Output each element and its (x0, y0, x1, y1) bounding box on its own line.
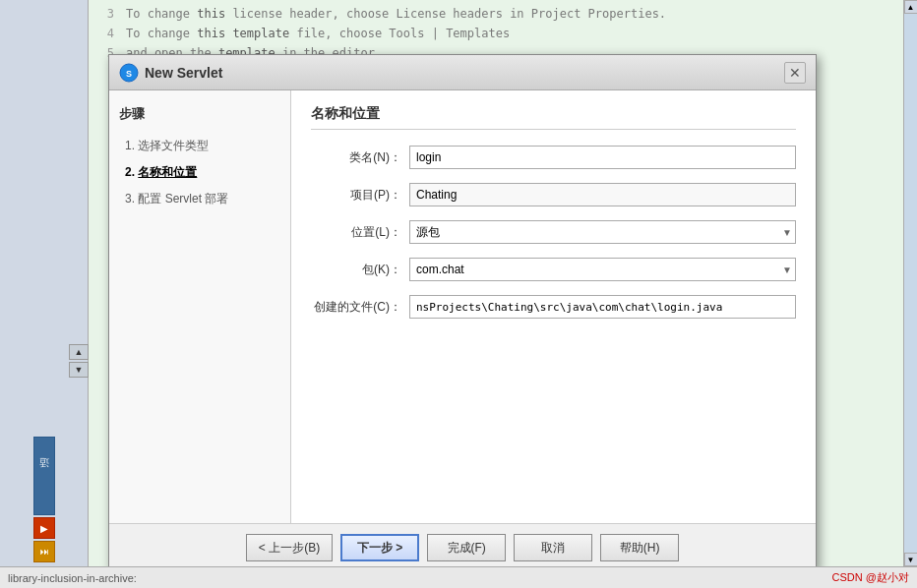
step-3-label: 配置 Servlet 部署 (138, 192, 228, 206)
side-arrows: ▲ ▼ (69, 344, 89, 378)
servlet-icon: S (119, 63, 139, 83)
next-button[interactable]: 下一步 > (340, 534, 419, 561)
classname-input[interactable] (409, 146, 796, 169)
step-2-label: 名称和位置 (138, 165, 197, 179)
step-3[interactable]: 3. 配置 Servlet 部署 (119, 186, 280, 212)
form-section-title: 名称和位置 (311, 105, 796, 130)
form-panel: 名称和位置 类名(N)： 项目(P)： 位置(L)： 源包 测试包 (291, 90, 816, 523)
dialog-title: New Servlet (145, 65, 222, 81)
steps-panel: 步骤 1. 选择文件类型 2. 名称和位置 3. 配置 Servlet 部署 (109, 90, 291, 523)
classname-label: 类名(N)： (311, 149, 409, 166)
step-3-num: 3. (125, 192, 138, 206)
side-indicator-top[interactable]: 适 (33, 437, 55, 515)
package-select[interactable]: com.chat com.chat.servlet (409, 258, 796, 281)
scroll-up-arrow[interactable]: ▲ (904, 0, 918, 14)
dialog-title-area: S New Servlet (119, 63, 222, 83)
scroll-down-arrow[interactable]: ▼ (904, 553, 918, 566)
side-panel: 适 ▶ ⏭ (0, 433, 89, 566)
steps-title: 步骤 (119, 105, 280, 123)
created-file-input[interactable] (409, 295, 796, 319)
step-1-num: 1. (125, 139, 138, 152)
created-file-row: 创建的文件(C)： (311, 295, 796, 319)
cancel-button[interactable]: 取消 (514, 534, 592, 561)
dialog-footer: < 上一步(B) 下一步 > 完成(F) 取消 帮助(H) (109, 523, 816, 571)
location-select-wrapper: 源包 测试包 ▼ (409, 220, 796, 244)
status-text: library-inclusion-in-archive: (8, 572, 137, 584)
line-num-3: 3 (96, 4, 114, 24)
side-indicator-step[interactable]: ⏭ (33, 541, 55, 562)
package-label: 包(K)： (311, 262, 409, 278)
location-row: 位置(L)： 源包 测试包 ▼ (311, 220, 796, 244)
vertical-scrollbar[interactable]: ▲ ▼ (903, 0, 917, 566)
package-select-wrapper: com.chat com.chat.servlet ▼ (409, 258, 796, 281)
play-icon: ▶ (40, 523, 48, 534)
arrow-up-btn[interactable]: ▲ (69, 344, 89, 360)
project-label: 项目(P)： (311, 187, 409, 204)
location-label: 位置(L)： (311, 224, 409, 241)
step-1[interactable]: 1. 选择文件类型 (119, 133, 280, 159)
svg-text:S: S (126, 69, 132, 79)
arrow-down-btn[interactable]: ▼ (69, 362, 89, 378)
new-servlet-dialog: S New Servlet ✕ 步骤 1. 选择文件类型 2. 名称和位置 3.… (108, 54, 817, 572)
package-row: 包(K)： com.chat com.chat.servlet ▼ (311, 258, 796, 281)
side-indicator-play[interactable]: ▶ (33, 517, 55, 539)
finish-button[interactable]: 完成(F) (427, 534, 506, 561)
created-file-label: 创建的文件(C)： (311, 299, 409, 316)
dialog-body: 步骤 1. 选择文件类型 2. 名称和位置 3. 配置 Servlet 部署 名… (109, 90, 816, 523)
classname-row: 类名(N)： (311, 146, 796, 169)
step-1-label: 选择文件类型 (138, 139, 209, 152)
project-row: 项目(P)： (311, 183, 796, 206)
code-line-4: To change this template file, choose Too… (126, 24, 510, 43)
location-select[interactable]: 源包 测试包 (409, 220, 796, 244)
step-icon: ⏭ (40, 547, 49, 557)
project-input[interactable] (409, 183, 796, 206)
step-2[interactable]: 2. 名称和位置 (119, 159, 280, 186)
code-line-3: To change this license header, choose Li… (126, 4, 666, 24)
help-button[interactable]: 帮助(H) (600, 534, 679, 561)
dialog-close-button[interactable]: ✕ (784, 62, 806, 84)
step-2-num: 2. (125, 165, 138, 179)
csdn-badge: CSDN @赵小对 (832, 570, 909, 585)
line-num-4: 4 (96, 24, 114, 43)
dialog-titlebar: S New Servlet ✕ (109, 55, 816, 90)
status-bar: library-inclusion-in-archive: CSDN @赵小对 (0, 566, 917, 588)
prev-button[interactable]: < 上一步(B) (246, 534, 333, 561)
